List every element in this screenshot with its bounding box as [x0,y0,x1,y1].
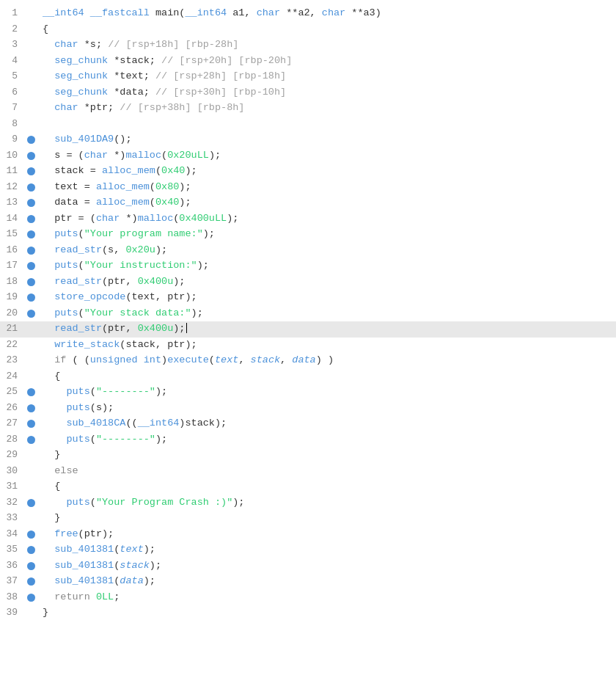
breakpoint-gutter[interactable] [23,384,38,401]
breakpoint-gutter[interactable] [23,416,38,432]
breakpoint-gutter[interactable] [23,227,38,243]
code-line-content: data = alloc_mem(0x40); [38,195,616,211]
table-row: 25 puts("--------"); [0,384,616,401]
code-token: "--------" [96,434,155,445]
line-number: 11 [0,164,23,180]
breakpoint-gutter[interactable] [23,211,38,227]
code-token: char [96,213,120,224]
line-number: 29 [0,448,23,464]
breakpoint-gutter[interactable] [23,148,38,164]
code-token [43,291,54,302]
line-number: 15 [0,227,23,243]
breakpoint-gutter[interactable] [23,195,38,211]
code-token: sub_401381 [54,575,114,586]
code-token: store_opcode [54,291,125,302]
code-token: "Your program name:" [84,228,203,239]
code-token: *) [108,150,125,161]
code-line-content: { [38,369,616,385]
code-token: ); [227,213,238,224]
breakpoint-gutter[interactable] [23,290,38,306]
breakpoint-gutter[interactable] [23,274,38,291]
code-token: ( [90,434,96,445]
code-token: data [292,354,315,365]
code-token [43,39,54,50]
table-row: 22 write_stack(stack, ptr); [0,338,616,354]
breakpoint-gutter[interactable] [23,54,38,70]
table-row: 6 seg_chunk *data; // [rsp+30h] [rbp-10h… [0,85,616,101]
breakpoint-gutter[interactable] [23,448,38,464]
breakpoint-gutter[interactable] [23,432,38,448]
table-row: 24 { [0,369,616,385]
code-line-content: read_str(s, 0x20u); [38,243,616,259]
code-token: )stack); [179,418,227,429]
code-token: *s; [78,39,109,50]
breakpoint-gutter[interactable] [23,542,38,558]
code-line-content: sub_401381(data); [38,574,616,590]
breakpoint-gutter[interactable] [23,558,38,575]
breakpoint-gutter[interactable] [23,574,38,590]
breakpoint-dot [27,546,35,554]
code-token: "Your instruction:" [84,260,197,271]
code-token: puts [54,260,78,271]
breakpoint-gutter[interactable] [23,527,38,543]
code-token: text [120,544,143,555]
code-line-content: write_stack(stack, ptr); [38,338,616,354]
code-token: ( [209,354,215,365]
breakpoint-gutter[interactable] [23,22,38,38]
line-number: 27 [0,416,23,432]
breakpoint-gutter[interactable] [23,180,38,196]
breakpoint-gutter[interactable] [23,479,38,495]
code-line-content [38,117,616,133]
breakpoint-gutter[interactable] [23,6,38,22]
breakpoint-dot [27,152,35,160]
breakpoint-gutter[interactable] [23,321,38,338]
code-token [43,560,54,571]
code-token: ); [144,575,155,586]
code-token: ); [155,244,167,255]
breakpoint-gutter[interactable] [23,353,38,369]
code-token [43,339,54,350]
line-number: 37 [0,574,23,590]
line-number: 12 [0,180,23,196]
breakpoint-gutter[interactable] [23,495,38,511]
breakpoint-gutter[interactable] [23,164,38,180]
code-token: , [280,354,292,365]
code-token: execute [167,354,209,365]
table-row: 10 s = (char *)malloc(0x20uLL); [0,148,616,164]
breakpoint-gutter[interactable] [23,258,38,274]
code-token: // [rsp+30h] [rbp-10h] [155,87,286,98]
breakpoint-gutter[interactable] [23,401,38,417]
breakpoint-gutter[interactable] [23,369,38,385]
breakpoint-gutter[interactable] [23,605,38,621]
breakpoint-gutter[interactable] [23,306,38,322]
breakpoint-gutter[interactable] [23,132,38,148]
code-token: ( [90,386,96,397]
breakpoint-gutter[interactable] [23,590,38,606]
breakpoint-gutter[interactable] [23,511,38,527]
breakpoint-gutter[interactable] [23,69,38,85]
table-row: 17 puts("Your instruction:"); [0,258,616,274]
breakpoint-gutter[interactable] [23,117,38,133]
table-row: 21 read_str(ptr, 0x400u); [0,321,616,338]
code-token [43,528,54,539]
code-token [43,228,54,239]
breakpoint-gutter[interactable] [23,85,38,101]
code-line-content: s = (char *)malloc(0x20uLL); [38,148,616,164]
code-line-content: free(ptr); [38,527,616,543]
line-number: 18 [0,274,23,291]
breakpoint-gutter[interactable] [23,464,38,480]
code-line-content: sub_4018CA((__int64)stack); [38,416,616,432]
breakpoint-dot [27,594,35,602]
code-token [43,575,54,586]
code-token: *ptr; [78,102,120,113]
code-token: char [54,102,78,113]
breakpoint-gutter[interactable] [23,338,38,354]
breakpoint-gutter[interactable] [23,243,38,259]
code-token [43,354,54,365]
breakpoint-gutter[interactable] [23,101,38,117]
code-token: (ptr); [78,528,114,539]
code-token: (ptr, [102,323,138,334]
breakpoint-dot [27,136,35,144]
table-row: 9 sub_401DA9(); [0,132,616,148]
breakpoint-gutter[interactable] [23,37,38,54]
